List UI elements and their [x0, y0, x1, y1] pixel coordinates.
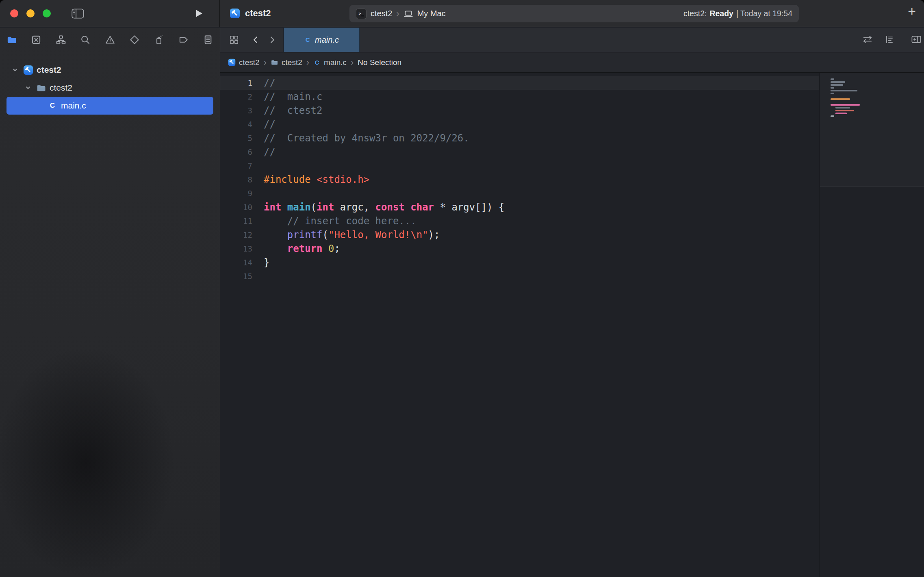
close-button[interactable] [10, 9, 18, 17]
find-navigator-icon[interactable] [80, 35, 91, 45]
line-number: 6 [220, 148, 252, 156]
code-text: // [252, 77, 275, 89]
breadcrumb-separator: › [306, 57, 309, 68]
issue-navigator-icon[interactable] [105, 35, 115, 45]
xcode-project-icon [228, 59, 236, 66]
minimap[interactable] [820, 73, 924, 577]
minimap-line [831, 87, 834, 89]
scheme-target-icon: >_ [356, 9, 367, 19]
scheme-selector[interactable]: >_ ctest2 › My Mac [356, 9, 446, 19]
code-text: // [252, 119, 275, 130]
code-line-13[interactable]: 13 return 0; [220, 242, 819, 256]
run-button[interactable] [193, 8, 204, 19]
c-file-icon: C [47, 102, 58, 110]
breadcrumb-ctest2[interactable]: ctest2 [271, 58, 302, 67]
folder-fill-icon [36, 83, 46, 93]
disclosure-chevron-icon[interactable] [11, 66, 20, 74]
scheme-separator: › [396, 9, 399, 19]
minimap-line [831, 98, 850, 100]
status-time: | Today at 19:54 [736, 9, 792, 18]
tree-item-label: ctest2 [50, 83, 72, 93]
line-number: 5 [220, 134, 252, 143]
breadcrumb-no-selection[interactable]: No Selection [358, 58, 401, 67]
code-review-icon[interactable] [862, 35, 873, 44]
minimap-line [835, 107, 850, 108]
back-chevron-icon[interactable] [251, 35, 260, 44]
code-editor[interactable]: 1//2// main.c3// ctest24//5// Created by… [220, 73, 819, 577]
sidebar-toggle-icon[interactable] [72, 9, 84, 19]
code-line-10[interactable]: 10int main(int argc, const char * argv[]… [220, 200, 819, 214]
code-text: // main.c [252, 91, 323, 102]
project-navigator-icon[interactable] [7, 35, 17, 45]
symbol-navigator-icon[interactable] [56, 35, 66, 45]
forward-chevron-icon[interactable] [268, 35, 277, 44]
jump-bar: ctest2›ctest2›Cmain.c›No Selection [220, 52, 924, 73]
minimap-line [831, 81, 845, 83]
debug-navigator-icon[interactable] [154, 35, 164, 45]
folder-fill-icon [271, 59, 278, 66]
tree-item-label: main.c [61, 101, 86, 111]
breakpoint-navigator-icon[interactable] [178, 35, 189, 45]
code-line-12[interactable]: 12 printf("Hello, World!\n"); [220, 228, 819, 242]
code-text: // [252, 146, 275, 158]
code-text: int main(int argc, const char * argv[]) … [252, 202, 504, 213]
test-navigator-icon[interactable] [129, 35, 140, 45]
line-number: 7 [220, 161, 252, 170]
code-line-4[interactable]: 4// [220, 117, 819, 131]
code-text: return 0; [252, 243, 340, 254]
minimize-button[interactable] [26, 9, 35, 17]
scheme-target-name[interactable]: ctest2 [371, 9, 392, 18]
editor-options-icon[interactable] [884, 35, 895, 44]
c-file-icon: C [304, 36, 311, 43]
line-number: 9 [220, 189, 252, 198]
destination-laptop-icon [403, 10, 413, 18]
breadcrumb-label: main.c [324, 58, 347, 67]
line-number: 11 [220, 217, 252, 226]
breadcrumb-label: ctest2 [282, 58, 302, 67]
xcode-project-icon [23, 65, 33, 75]
minimap-line [831, 78, 834, 80]
status-state: Ready [709, 9, 733, 18]
source-control-navigator-icon[interactable] [31, 35, 41, 45]
breadcrumb-main.c[interactable]: Cmain.c [313, 58, 347, 67]
code-text: // ctest2 [252, 105, 323, 116]
code-line-7[interactable]: 7 [220, 159, 819, 173]
code-line-14[interactable]: 14} [220, 256, 819, 269]
code-line-3[interactable]: 3// ctest2 [220, 104, 819, 117]
library-add-button[interactable]: + [908, 4, 916, 18]
line-number: 13 [220, 244, 252, 253]
toolbar-left [0, 0, 220, 27]
toolbar-right: ctest2 >_ ctest2 › My Mac ctest2: Ready … [220, 0, 924, 27]
code-line-5[interactable]: 5// Created by 4nsw3r on 2022/9/26. [220, 131, 819, 145]
code-line-6[interactable]: 6// [220, 145, 819, 159]
report-navigator-icon[interactable] [203, 35, 213, 45]
navigator-tab-bar [0, 28, 220, 52]
scheme-destination-name[interactable]: My Mac [417, 9, 446, 18]
xcode-window: ctest2 >_ ctest2 › My Mac ctest2: Ready … [0, 0, 924, 577]
code-line-15[interactable]: 15 [220, 269, 819, 283]
breadcrumb-ctest2[interactable]: ctest2 [228, 58, 260, 67]
minimap-line [835, 110, 854, 111]
add-editor-icon[interactable] [911, 35, 922, 44]
tree-item-main.c[interactable]: Cmain.c [7, 97, 213, 115]
line-number: 15 [220, 272, 252, 281]
line-number: 1 [220, 78, 252, 87]
disclosure-chevron-icon[interactable] [24, 84, 33, 92]
code-line-9[interactable]: 9 [220, 187, 819, 200]
minimap-line [831, 84, 843, 86]
code-text: // insert code here... [252, 215, 416, 227]
code-line-8[interactable]: 8#include <stdio.h> [220, 173, 819, 187]
tree-item-ctest2[interactable]: ctest2 [7, 79, 213, 97]
code-line-1[interactable]: 1// [220, 76, 819, 90]
minimap-line [831, 115, 834, 117]
editor-tab-bar: Cmain.c [284, 28, 360, 52]
code-line-2[interactable]: 2// main.c [220, 90, 819, 104]
zoom-button[interactable] [43, 9, 51, 17]
tab-overview-icon[interactable] [229, 35, 239, 45]
tree-item-ctest2[interactable]: ctest2 [7, 61, 213, 79]
tree-item-label: ctest2 [37, 65, 61, 75]
code-line-11[interactable]: 11 // insert code here... [220, 214, 819, 228]
editor-tab-main.c[interactable]: Cmain.c [284, 28, 360, 52]
c-file-icon: C [313, 59, 321, 66]
editor-tab-strip: Cmain.c [220, 28, 924, 52]
